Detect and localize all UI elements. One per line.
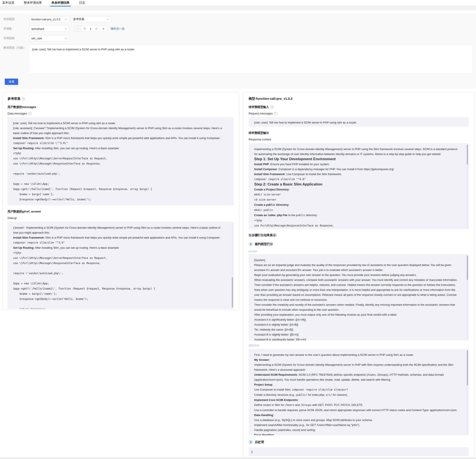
chevron-down-icon — [65, 27, 67, 30]
info-icon[interactable] — [274, 112, 277, 115]
text-line: <?php — [13, 151, 225, 156]
text-line: Install Slim Framework: Use Composer to … — [254, 172, 460, 177]
compare-target-select[interactable]: 参考答案 — [71, 16, 111, 23]
chevron-down-icon — [107, 18, 109, 20]
text-segment: Step 2: Create a Basic Slim Application — [254, 182, 323, 186]
text-segment: After providing your explanation, you mu… — [254, 313, 397, 316]
gt-content-box[interactable]: {'answer': 'Implementing a SCIM (System … — [8, 222, 234, 309]
text-line: After providing your explanation, you mu… — [254, 312, 460, 317]
scrollbar[interactable] — [231, 222, 233, 309]
text-segment: [role: user]: Tell me how to implement a… — [13, 122, 115, 125]
text-segment: : — [289, 203, 289, 206]
text-line: Implement search/filter functionality (e… — [254, 423, 460, 427]
text-segment: mkdir scim-server — [254, 193, 281, 196]
text-segment: : Slim is a PHP micro framework that hel… — [44, 136, 221, 140]
text-line: Create a public Directory: — [254, 202, 460, 208]
text-line: Assistant B is slightly better: [[B>A]] — [254, 332, 460, 337]
text-segment: $name = $args[\'name\']; — [13, 292, 57, 295]
text-line: Use Composer to install Slim: composer r… — [254, 387, 460, 392]
scrollbar[interactable] — [467, 143, 468, 229]
text-segment: : — [273, 413, 274, 417]
metric-label: 评测指标 — [3, 35, 29, 42]
model-output-heading: 待评测模型输出 — [249, 131, 469, 135]
text-segment: use \\Psr\\Http\\Message\\ResponseInterf… — [13, 162, 101, 165]
text-line: Step 1: Set Up Your Development Environm… — [254, 157, 460, 162]
stepper-index[interactable]: 第 1 条 — [81, 25, 100, 32]
text-segment: Set Up Routing — [13, 246, 34, 249]
text-segment: public — [296, 214, 305, 217]
text-segment: $app->get('/hello/{name}', function (Req… — [13, 188, 152, 191]
text-line: $app = new \\Slim\\App; — [13, 181, 225, 186]
step1-title: 裁判模型打分 — [255, 242, 273, 246]
tab-single-results[interactable]: 单条评测结果 — [51, 1, 69, 7]
text-segment: {'answer': 'Implementing a SCIM (System … — [13, 226, 221, 234]
text-segment: $response->getBody()->write("Hello, $nam… — [13, 298, 88, 300]
text-line: Define routes in Slim for /Users and /Gr… — [254, 402, 460, 408]
tab-basic-info[interactable]: 基本信息 — [2, 1, 14, 7]
reference-answer-title: 参考答案 — [8, 97, 20, 101]
text-line: Set Up Routing: After installing Slim, y… — [13, 245, 225, 250]
text-line: Assistant A is significantly better: [[A… — [254, 317, 460, 322]
text-segment: Implementing a SCIM (System for Cross-do… — [254, 363, 454, 371]
postprocess-result-box[interactable]: 5 — [249, 447, 469, 456]
text-segment: : — [289, 188, 290, 191]
text-segment: Project Setup — [254, 383, 272, 386]
text-line — [13, 276, 225, 281]
stepper-value[interactable]: 1 — [90, 27, 91, 30]
model-eval-box[interactable]: First, I need to generate my own answer … — [249, 349, 469, 435]
info-icon[interactable] — [22, 97, 25, 100]
model-input-box[interactable]: [role: user]: Tell me how to implement a… — [249, 117, 469, 127]
stepper-minus-button[interactable]: − — [74, 25, 81, 32]
text-segment: : — [298, 398, 299, 401]
text-segment: Create an — [254, 214, 268, 217]
scrollbar[interactable] — [467, 349, 468, 435]
text-segment: composer require slim/slim "^4.0" — [254, 178, 306, 181]
scrollbar-thumb[interactable] — [467, 351, 468, 385]
text-segment: : Slim is a PHP micro framework that hel… — [44, 236, 221, 239]
text-line: use \\Psr\\Http\\Message\\ServerRequestI… — [13, 156, 225, 161]
text-segment: Error Handling — [254, 433, 274, 435]
text-line: Create an index.php File in the public d… — [254, 213, 460, 218]
model-eval-label: 模型评价 — [249, 344, 469, 348]
text-line: Implementing a SCIM (System for Cross-do… — [254, 147, 460, 157]
stepper-plus-button[interactable]: + — [100, 25, 107, 32]
model-output-box[interactable]: Implementing a SCIM (System for Cross-do… — [249, 143, 469, 229]
scrollbar-thumb[interactable] — [467, 256, 468, 280]
gt-section-heading: 用户数据的gt/ref_answer — [8, 210, 234, 214]
info-icon[interactable] — [28, 112, 32, 115]
text-segment: First, I need to generate my own answer … — [254, 353, 414, 357]
dataset-select[interactable]: arenahard — [29, 25, 69, 32]
compare-model-select[interactable]: function-call-pro_v1.0.2 — [29, 16, 69, 23]
judge-prompt-box[interactable]: [System]Please act as an impartial judge… — [249, 254, 469, 341]
text-line: $response->getBody()->write("Hello, $nam… — [13, 296, 225, 302]
text-line: Then consider if the assistant's answers… — [254, 282, 460, 302]
stepper-prefix: 第 — [83, 27, 86, 31]
text-line: use \\Psr\\Http\\Message\\ServerRequestI… — [13, 255, 225, 261]
metric-select[interactable]: win_rate — [29, 35, 69, 42]
text-segment: Use a database (e.g., MySQL) to store us… — [254, 418, 373, 422]
random-pick-link[interactable]: 随机选一条 — [110, 25, 125, 32]
text-segment: : Ensure you have PHP installed on your … — [269, 163, 330, 166]
tab-overall-results[interactable]: 整体评测结果 — [24, 1, 42, 7]
text-segment: use Psr\Http\Message\ResponseInterface a… — [254, 224, 334, 227]
scrollbar-thumb[interactable] — [467, 145, 468, 165]
text-segment: directory: — [305, 214, 317, 217]
scrollbar-thumb[interactable] — [232, 277, 233, 308]
scrollbar[interactable] — [467, 255, 468, 340]
info-icon[interactable] — [271, 106, 274, 108]
tab-logs[interactable]: 日志 — [79, 1, 85, 7]
text-segment: Set Up Routing — [13, 147, 34, 150]
text-segment: use \\Psr\\Http\\Message\\ServerRequestI… — [13, 257, 107, 259]
request-messages-key: Request.messages — [249, 112, 272, 115]
text-segment: /Groups — [301, 403, 312, 407]
messages-key-label: Data.messages — [8, 112, 27, 115]
view-button[interactable]: 查看 — [5, 79, 18, 85]
step1-header: 1 裁判模型打分 — [249, 242, 469, 246]
text-segment: /Users — [285, 403, 294, 407]
data-preview-textarea[interactable]: [role: user]: Tell me how to implement a… — [29, 44, 473, 74]
text-line: Then consider the creativity and novelty… — [254, 302, 460, 312]
messages-content-box[interactable]: [role: user]: Tell me how to implement a… — [8, 117, 234, 205]
sample-index-stepper: − 第 1 条 + — [74, 25, 107, 32]
text-line: require 'vendor/autoload.php'; — [13, 171, 225, 176]
text-segment: composer require slim/slim \"^3.0\" — [13, 142, 68, 145]
